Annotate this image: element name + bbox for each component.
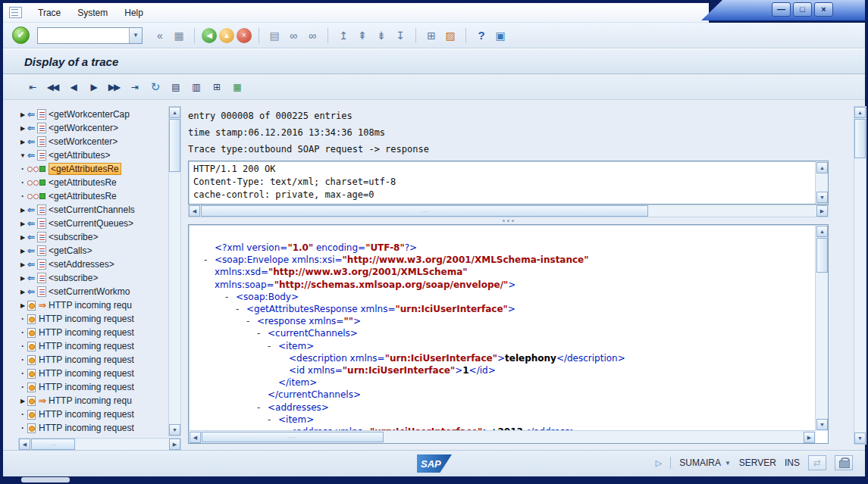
expander-icon[interactable]: ▶: [18, 125, 27, 132]
cancel-icon[interactable]: ×: [237, 28, 252, 43]
expander-icon[interactable]: ▶: [18, 139, 27, 145]
tree-item[interactable]: ▶⇒HTTP incoming requ: [18, 298, 168, 312]
http-scroll-up-icon[interactable]: ▲: [816, 162, 828, 173]
expander-icon[interactable]: ▼: [18, 152, 27, 159]
back-icon[interactable]: ◀: [202, 28, 217, 43]
next-entry-icon[interactable]: ▶: [86, 80, 101, 95]
tree-item[interactable]: ·HTTP incoming request: [18, 421, 168, 435]
enter-button[interactable]: ✔: [12, 27, 30, 44]
tree-item[interactable]: ▼⇐<getAttributes>: [18, 148, 168, 162]
tree-scroll-left-icon[interactable]: ◀: [19, 439, 30, 450]
tree-item[interactable]: ▶⇐<setCurrentChannels: [18, 203, 168, 217]
next-page-icon[interactable]: ▶▶: [106, 80, 121, 95]
find-icon[interactable]: ∞: [285, 27, 302, 44]
maximize-button[interactable]: □: [793, 2, 812, 17]
tree-item[interactable]: ·HTTP incoming request: [18, 353, 168, 367]
expander-icon[interactable]: ▶: [18, 302, 27, 309]
main-vscroll-thumb[interactable]: [854, 119, 866, 158]
page-down-icon[interactable]: ⇟: [373, 27, 390, 44]
tree-item[interactable]: ·HTTP incoming request: [18, 367, 168, 380]
status-user-dropdown-icon[interactable]: ▼: [725, 460, 731, 467]
exit-icon[interactable]: ▲: [219, 28, 234, 43]
tree-item[interactable]: ·HTTP incoming request: [18, 312, 168, 326]
new-session-icon[interactable]: ⊞: [423, 27, 440, 44]
xml-hscroll-thumb[interactable]: ∙∙∙: [202, 432, 384, 442]
bottom-resize-handle[interactable]: [21, 477, 70, 482]
expander-icon[interactable]: ▶: [18, 248, 27, 254]
table-view-icon[interactable]: ⊞: [208, 80, 224, 95]
tree-vscroll-thumb[interactable]: [169, 119, 180, 172]
collapse-toolbar-icon[interactable]: «: [152, 27, 168, 44]
tree-item[interactable]: ▶⇐<getWorkcenter>: [18, 121, 168, 135]
last-page-icon[interactable]: ↧: [392, 27, 409, 44]
tree-item[interactable]: ▶⇐<setWorkcenter>: [18, 135, 168, 148]
tree-item[interactable]: ·HTTP incoming request: [18, 380, 168, 394]
collapse-toggle[interactable]: -: [204, 254, 215, 266]
menu-item-system[interactable]: System: [69, 5, 116, 20]
last-entry-icon[interactable]: ⇥: [127, 80, 142, 95]
previous-entry-icon[interactable]: ◀: [65, 80, 80, 95]
tree-scroll-right-icon[interactable]: ▶: [169, 439, 180, 450]
xml-scroll-down-icon[interactable]: ▼: [816, 419, 828, 430]
tree-item[interactable]: ·HTTP incoming request: [18, 326, 168, 339]
command-dropdown-icon[interactable]: ▼: [129, 28, 142, 43]
xml-hscrollbar[interactable]: ◀ ∙∙∙ ▶: [189, 430, 816, 443]
expander-icon[interactable]: ▶: [18, 220, 27, 227]
xml-vscroll-thumb[interactable]: [816, 238, 828, 273]
tree-scroll-down-icon[interactable]: ▼: [169, 424, 180, 436]
collapse-toggle[interactable]: -: [268, 414, 278, 426]
minimize-button[interactable]: —: [772, 2, 791, 17]
expander-icon[interactable]: ▶: [18, 289, 27, 295]
first-entry-icon[interactable]: ⇤: [24, 80, 39, 95]
tree-item[interactable]: ▶⇐<getWorkcenterCap: [18, 108, 168, 121]
save-icon[interactable]: ▦: [171, 27, 187, 44]
expander-icon[interactable]: ▶: [18, 234, 27, 241]
collapse-toggle[interactable]: -: [246, 315, 257, 327]
http-hscroll-thumb[interactable]: ∙∙∙: [201, 205, 648, 217]
command-field[interactable]: ▼: [37, 27, 143, 44]
http-vscrollbar[interactable]: ▲ ▼: [815, 161, 828, 204]
tree-hscroll-thumb[interactable]: ∙∙∙: [31, 439, 75, 450]
tree-item[interactable]: ▶⇐<getCalls>: [18, 244, 168, 258]
http-scroll-left-icon[interactable]: ◀: [189, 205, 200, 217]
main-scroll-down-icon[interactable]: ▼: [854, 432, 866, 444]
help-icon[interactable]: ?: [473, 27, 490, 44]
previous-page-icon[interactable]: ◀◀: [45, 80, 60, 95]
tree-scroll-up-icon[interactable]: ▲: [169, 107, 180, 118]
http-header-box[interactable]: HTTP/1.1 200 OKContent-Type: text/xml; c…: [188, 161, 829, 205]
find-next-icon[interactable]: ∞: [304, 27, 321, 44]
tree-item[interactable]: ·<getAttributesRe: [18, 176, 168, 189]
tree-hscrollbar[interactable]: ◀ ∙∙∙ ▶: [18, 438, 181, 451]
tree-item[interactable]: ▶⇐<setAddresses>: [18, 258, 168, 271]
tree-item[interactable]: ▶⇐<subscribe>: [18, 271, 168, 285]
pane-splitter[interactable]: [188, 217, 829, 224]
collapse-toggle[interactable]: -: [257, 401, 268, 414]
close-button[interactable]: ×: [814, 2, 833, 17]
expander-icon[interactable]: ▶: [18, 207, 27, 214]
expander-icon[interactable]: ▶: [18, 398, 27, 404]
status-expand-icon[interactable]: ▷: [656, 458, 662, 468]
xml-viewer[interactable]: <?xml version="1.0" encoding="UTF-8"?>-<…: [188, 224, 829, 444]
tree-item[interactable]: ·<getAttributesRe: [18, 189, 168, 203]
tree-item[interactable]: ▶⇐<setCurrentWorkmo: [18, 285, 168, 298]
customize-layout-icon[interactable]: ▣: [492, 27, 509, 44]
tree-item[interactable]: ▶⇒HTTP incoming requ: [18, 394, 168, 407]
tree-item[interactable]: ▶⇐<subscribe>: [18, 230, 168, 244]
http-scroll-down-icon[interactable]: ▼: [816, 192, 828, 203]
http-scroll-right-icon[interactable]: ▶: [816, 205, 828, 217]
main-scroll-up-icon[interactable]: ▲: [854, 107, 866, 118]
export-icon[interactable]: ▦: [229, 80, 244, 95]
first-page-icon[interactable]: ↥: [335, 27, 352, 44]
main-vscrollbar[interactable]: ▲ ▼: [854, 106, 866, 445]
print-icon[interactable]: ▤: [266, 27, 283, 44]
xml-scroll-right-icon[interactable]: ▶: [804, 432, 815, 443]
expander-icon[interactable]: ▶: [18, 111, 27, 118]
collapse-toggle[interactable]: -: [236, 303, 246, 315]
display-raw-icon[interactable]: ▥: [188, 80, 203, 95]
collapse-toggle[interactable]: -: [268, 340, 278, 352]
http-hscrollbar[interactable]: ◀ ∙∙∙ ▶: [188, 205, 829, 217]
collapse-toggle[interactable]: -: [257, 327, 268, 339]
expander-icon[interactable]: ▶: [18, 261, 27, 268]
menu-item-trace[interactable]: Trace: [30, 5, 69, 20]
window-menu-icon[interactable]: [9, 7, 22, 18]
